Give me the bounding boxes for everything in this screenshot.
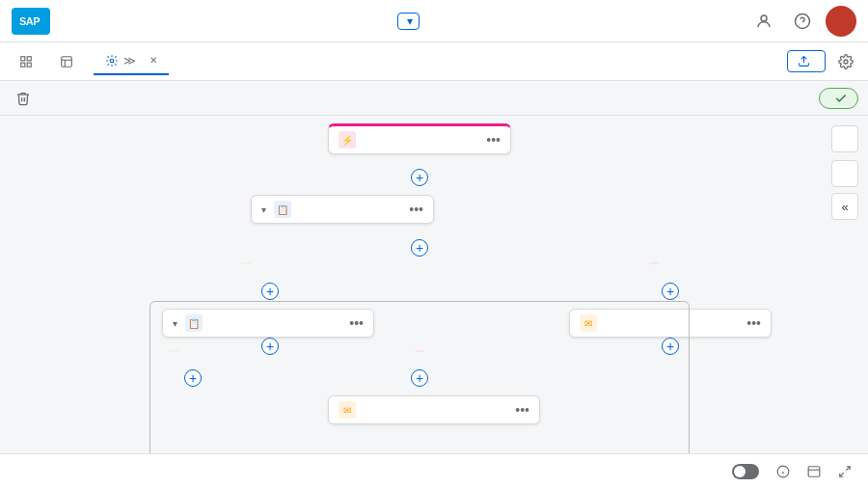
tab-process[interactable]: ≫ ✕ [94,48,169,75]
collapse-icon[interactable]: ▾ [261,204,266,215]
settings-icon-button[interactable] [831,47,860,76]
svg-point-2 [761,15,767,21]
svg-point-10 [844,60,848,64]
close-tab-icon[interactable]: ✕ [149,55,157,66]
zoom-controls: « [831,125,858,220]
form-menu[interactable]: ••• [409,202,423,217]
reject-label-1 [649,262,659,264]
nav-actions [748,6,856,37]
svg-rect-4 [21,56,25,60]
trigger-node: ⚡ ••• [328,123,511,154]
tab-overview[interactable] [48,49,90,74]
canvas-area[interactable]: ⚡ ••• + ▾ 📋 ••• + + + ▾ 📋 ••• ✉ ••• + + [0,116,868,453]
svg-rect-8 [62,56,72,67]
add-button-2[interactable]: + [411,239,428,257]
svg-text:SAP: SAP [19,15,40,27]
add-button-approve-1[interactable]: + [261,283,279,300]
editable-dropdown[interactable]: ▾ [397,13,420,30]
svg-line-39 [840,473,844,476]
sap-logo: SAP [12,8,50,35]
add-button-reject-1[interactable]: + [662,283,679,300]
trigger-menu[interactable]: ••• [486,132,501,148]
branch-container [149,301,690,453]
delete-button[interactable] [10,85,37,112]
top-nav: SAP ▾ [0,0,868,42]
form-icon: 📋 [274,201,291,218]
person-icon-button[interactable] [748,6,779,37]
reject-notif-menu[interactable]: ••• [746,315,761,331]
svg-rect-36 [808,466,820,476]
tab-list: ≫ ✕ [8,48,787,75]
help-icon-button[interactable] [787,6,818,37]
window-icon-button[interactable] [802,460,826,483]
approval-form-node: ▾ 📋 ••• [251,195,434,224]
svg-line-38 [846,466,850,470]
tab-bar: ≫ ✕ [0,42,868,81]
expand-icon-button[interactable] [833,460,856,483]
info-icon-button[interactable] [772,460,795,483]
collapse-all-button[interactable]: « [831,193,858,220]
saved-badge [819,88,858,109]
approve-label-1 [241,262,251,264]
canvas-toolbar [0,81,868,116]
bottom-bar [0,453,868,488]
zoom-in-button[interactable] [831,125,858,152]
add-button-1[interactable]: + [411,169,428,186]
nav-center: ▾ [69,13,739,30]
release-button[interactable] [787,50,826,72]
tab-home[interactable] [8,49,44,74]
bottom-right-actions [732,460,856,483]
svg-point-9 [110,59,114,63]
unattended-mode-toggle[interactable] [732,464,764,479]
toggle-icon[interactable] [732,464,759,479]
avatar[interactable] [826,6,856,37]
tab-actions [787,47,860,76]
trigger-icon: ⚡ [339,131,356,149]
zoom-out-button[interactable] [831,160,858,187]
svg-rect-5 [27,56,31,60]
svg-rect-7 [21,63,25,67]
svg-rect-6 [27,63,31,67]
